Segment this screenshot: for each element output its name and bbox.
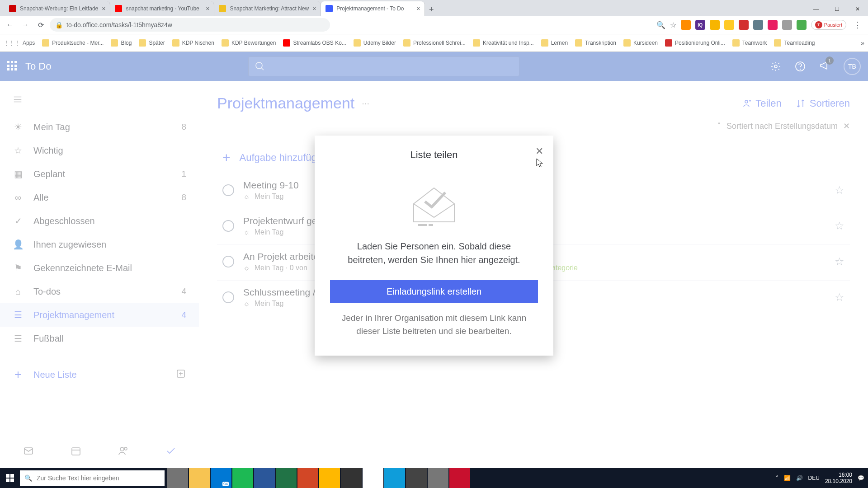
bookmark-item[interactable]: Später bbox=[139, 39, 165, 47]
bookmark-item[interactable]: ⋮⋮⋮Apps bbox=[4, 40, 35, 46]
window-close-icon[interactable]: ✕ bbox=[847, 2, 868, 16]
bookmark-item[interactable]: Professionell Schrei... bbox=[403, 39, 466, 47]
folder-icon bbox=[172, 39, 179, 47]
favicon-icon bbox=[326, 5, 333, 12]
favicon-icon bbox=[219, 5, 226, 12]
favicon-icon bbox=[115, 5, 122, 12]
profile-pause-pill[interactable]: TPausiert bbox=[811, 20, 846, 30]
pause-label: Pausiert bbox=[824, 22, 842, 28]
wifi-icon[interactable]: 📶 bbox=[784, 475, 791, 481]
app-icon[interactable] bbox=[319, 468, 340, 488]
tab-title: Projektmanagement - To Do bbox=[336, 5, 413, 12]
search-placeholder: Zur Suche Text hier eingeben bbox=[37, 474, 119, 482]
bookmark-item[interactable]: Kreativität und Insp... bbox=[473, 39, 534, 47]
bookmarks-bar: ⋮⋮⋮Apps Produktsuche - Mer... Blog Späte… bbox=[0, 34, 868, 51]
folder-icon bbox=[665, 39, 672, 47]
share-dialog: Liste teilen ✕ Laden Sie Personen ein. S… bbox=[315, 136, 553, 356]
bookmark-item[interactable]: KDP Bewertungen bbox=[222, 39, 276, 47]
taskview-icon[interactable] bbox=[167, 468, 188, 488]
favicon-icon bbox=[9, 5, 16, 12]
tab-title: Snapchat-Werbung: Ein Leitfade bbox=[20, 5, 98, 12]
app-icon[interactable] bbox=[428, 468, 448, 488]
browser-tab[interactable]: snapchat marketing - YouTube× bbox=[110, 1, 214, 16]
powerpoint-icon[interactable] bbox=[297, 468, 318, 488]
star-icon[interactable]: ☆ bbox=[670, 21, 676, 29]
create-invite-link-button[interactable]: Einladungslink erstellen bbox=[330, 280, 538, 303]
volume-icon[interactable]: 🔊 bbox=[796, 475, 803, 481]
extension-icon[interactable] bbox=[739, 20, 749, 30]
bookmark-item[interactable]: Positionierung Onli... bbox=[665, 39, 725, 47]
bookmark-item[interactable]: Streamlabs OBS Ko... bbox=[283, 39, 346, 47]
window-maximize-icon[interactable]: ☐ bbox=[826, 2, 847, 16]
browser-chrome: Snapchat-Werbung: Ein Leitfade× snapchat… bbox=[0, 0, 868, 52]
taskbar: 🔍Zur Suche Text hier eingeben 94 ˄ 📶 🔊 D… bbox=[0, 468, 868, 488]
bookmark-label: Kursideen bbox=[633, 40, 658, 46]
start-button[interactable] bbox=[0, 468, 20, 488]
bookmark-label: KDP Bewertungen bbox=[231, 40, 276, 46]
extension-icon[interactable] bbox=[768, 20, 778, 30]
obs-icon[interactable] bbox=[341, 468, 362, 488]
menu-icon[interactable]: ⋮ bbox=[851, 20, 864, 30]
back-icon[interactable]: ← bbox=[4, 19, 16, 31]
extension-icon[interactable]: IQ bbox=[695, 20, 705, 30]
bookmark-label: Streamlabs OBS Ko... bbox=[293, 40, 346, 46]
mail-icon[interactable]: 94 bbox=[211, 468, 231, 488]
browser-tab[interactable]: Snapchat Marketing: Attract New× bbox=[214, 1, 321, 16]
notepad-icon[interactable] bbox=[406, 468, 427, 488]
taskbar-search-input[interactable]: 🔍Zur Suche Text hier eingeben bbox=[20, 470, 165, 486]
bookmark-item[interactable]: Transkription bbox=[575, 39, 616, 47]
dialog-body: Laden Sie Personen ein. Sobald diese bei… bbox=[330, 239, 538, 267]
bookmark-item[interactable]: Lernen bbox=[541, 39, 568, 47]
chrome-icon[interactable] bbox=[363, 468, 383, 488]
folder-icon bbox=[354, 39, 361, 47]
bookmark-item[interactable]: Udemy Bilder bbox=[354, 39, 396, 47]
close-icon[interactable]: × bbox=[102, 5, 105, 12]
close-icon[interactable]: × bbox=[312, 5, 316, 12]
extension-icon[interactable] bbox=[724, 20, 734, 30]
forward-icon[interactable]: → bbox=[19, 19, 32, 31]
notifications-icon[interactable]: 💬 bbox=[858, 475, 864, 481]
bookmark-item[interactable]: Kursideen bbox=[623, 39, 658, 47]
time: 16:00 bbox=[839, 472, 852, 478]
extension-icon[interactable] bbox=[797, 20, 807, 30]
excel-icon[interactable] bbox=[276, 468, 297, 488]
word-icon[interactable] bbox=[254, 468, 275, 488]
extension-icon[interactable] bbox=[710, 20, 720, 30]
browser-tab[interactable]: Snapchat-Werbung: Ein Leitfade× bbox=[5, 1, 110, 16]
bookmark-label: Positionierung Onli... bbox=[675, 40, 725, 46]
reload-icon[interactable]: ⟳ bbox=[34, 19, 47, 31]
bookmark-item[interactable]: Produktsuche - Mer... bbox=[42, 39, 104, 47]
bookmark-label: Transkription bbox=[585, 40, 616, 46]
folder-icon bbox=[283, 39, 290, 47]
bookmark-item[interactable]: KDP Nischen bbox=[172, 39, 214, 47]
mail-badge: 94 bbox=[222, 482, 229, 486]
tab-title: Snapchat Marketing: Attract New bbox=[230, 5, 309, 12]
extension-icon[interactable] bbox=[753, 20, 763, 30]
clock[interactable]: 16:0028.10.2020 bbox=[825, 472, 852, 485]
zoom-icon[interactable]: 🔍 bbox=[656, 21, 665, 29]
window-minimize-icon[interactable]: — bbox=[806, 2, 826, 16]
browser-tab-active[interactable]: Projektmanagement - To Do× bbox=[321, 1, 425, 16]
folder-icon bbox=[42, 39, 49, 47]
spotify-icon[interactable] bbox=[232, 468, 253, 488]
bookmarks-overflow-icon[interactable]: » bbox=[861, 39, 864, 47]
bookmark-item[interactable]: Teamleading bbox=[774, 39, 815, 47]
language-indicator[interactable]: DEU bbox=[808, 475, 820, 481]
close-icon[interactable]: × bbox=[206, 5, 209, 12]
folder-icon bbox=[732, 39, 740, 47]
extension-icon[interactable] bbox=[782, 20, 792, 30]
extension-icon[interactable] bbox=[681, 20, 691, 30]
explorer-icon[interactable] bbox=[189, 468, 210, 488]
bookmark-item[interactable]: Teamwork bbox=[732, 39, 767, 47]
bookmark-item[interactable]: Blog bbox=[111, 39, 132, 47]
url-input[interactable]: 🔒 to-do.office.com/tasks/l-1t5hmya8z4w bbox=[50, 18, 330, 32]
new-tab-button[interactable]: + bbox=[425, 3, 438, 16]
tray-chevron-icon[interactable]: ˄ bbox=[776, 475, 778, 481]
address-bar: ← → ⟳ 🔒 to-do.office.com/tasks/l-1t5hmya… bbox=[0, 16, 868, 34]
app-icon[interactable] bbox=[449, 468, 470, 488]
edge-icon[interactable] bbox=[384, 468, 405, 488]
folder-icon bbox=[403, 39, 410, 47]
close-icon[interactable]: × bbox=[416, 5, 420, 12]
bookmark-label: Lernen bbox=[551, 40, 568, 46]
close-icon[interactable]: ✕ bbox=[535, 145, 543, 157]
